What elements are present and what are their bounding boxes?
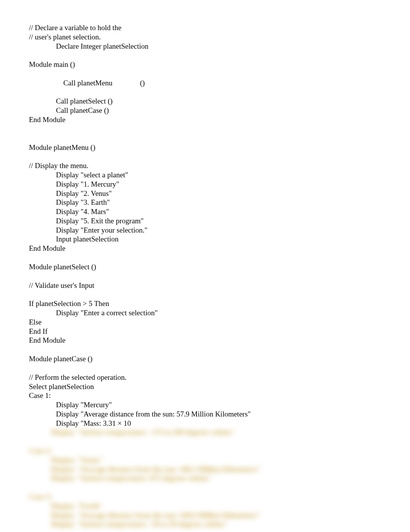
code-line: Display "Enter a correct selection" [29, 308, 381, 318]
code-line: End Module [29, 115, 381, 124]
code-line: Module planetCase () [29, 354, 381, 364]
code-line: End If [29, 327, 381, 336]
blurred-line: Display "Average distance from the sun: … [29, 511, 381, 520]
blurred-content: Display "Surface temperature: -173 to 43… [29, 428, 381, 532]
code-line: Declare Integer planetSelection [29, 42, 381, 51]
blank-line [29, 51, 381, 60]
code-line: // Perform the selected operation. [29, 373, 381, 382]
code-line: Display "Mercury" [29, 400, 381, 410]
code-line: If planetSelection > 5 Then [29, 299, 381, 308]
blurred-line: Display "Average distance from the sun: … [29, 465, 381, 474]
code-line: Module planetSelect () [29, 262, 381, 272]
code-line: // user's planet selection. [29, 32, 381, 42]
code-line: Display "Average distance from the sun: … [29, 410, 381, 419]
code-line: Case 1: [29, 391, 381, 400]
blurred-line: Case 3: [29, 492, 381, 501]
code-line: Call planetMenu () [29, 69, 381, 97]
blurred-line: Display "Venus" [29, 456, 381, 465]
code-text: Call planetMenu [63, 79, 112, 87]
blurred-line: Display "Surface temperature: 472 degree… [29, 474, 381, 483]
code-text: () [140, 79, 145, 87]
code-line: Display "5. Exit the program" [29, 216, 381, 226]
blank-line [29, 124, 381, 134]
code-line: Display "Mass: 3.31 × 10 [29, 419, 381, 428]
code-line: Else [29, 318, 381, 327]
blank-line [29, 253, 381, 262]
code-line: Module main () [29, 60, 381, 69]
blank-line [29, 529, 381, 532]
code-line: Display "4. Mars" [29, 207, 381, 216]
code-text [112, 79, 140, 87]
blank-line [29, 364, 381, 373]
blank-line [29, 134, 381, 143]
blank-line [29, 483, 381, 492]
blurred-line: Display "Earth" [29, 501, 381, 511]
code-line: Display "1. Mercury" [29, 180, 381, 189]
code-line: Call planetSelect () [29, 97, 381, 106]
code-line: End Module [29, 244, 381, 253]
code-line: Display "select a planet" [29, 170, 381, 180]
code-line: // Validate user's Input [29, 281, 381, 290]
code-line: // Display the menu. [29, 161, 381, 170]
document-page: // Declare a variable to hold the // use… [0, 0, 410, 532]
code-line: Display "Enter your selection." [29, 226, 381, 235]
code-line: Input planetSelection [29, 235, 381, 244]
code-line: End Module [29, 336, 381, 345]
blurred-line: Display "Surface temperature: -50 to 50 … [29, 520, 381, 529]
blurred-line: Case 2: [29, 446, 381, 456]
code-line: Module planetMenu () [29, 143, 381, 152]
code-line: Display "3. Earth" [29, 198, 381, 207]
blank-line [29, 272, 381, 281]
blank-line [29, 345, 381, 354]
code-line: Call planetCase () [29, 106, 381, 115]
blurred-line: Display "Surface temperature: -173 to 43… [29, 428, 381, 437]
blank-line [29, 437, 381, 446]
blank-line [29, 290, 381, 299]
blank-line [29, 152, 381, 161]
code-line: // Declare a variable to hold the [29, 23, 381, 32]
code-line: Display "2. Venus" [29, 189, 381, 198]
code-line: Select planetSelection [29, 382, 381, 391]
